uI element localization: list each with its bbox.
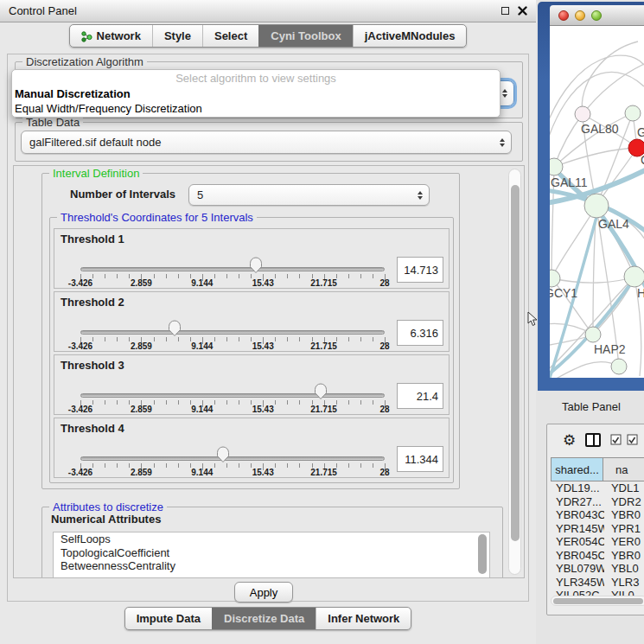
bottom-tab-discretize-data[interactable]: Discretize Data — [212, 608, 316, 629]
float-window-icon[interactable] — [501, 7, 509, 15]
cell-shared-name: YDL19... — [551, 481, 604, 495]
slider-tick — [117, 463, 118, 468]
minimize-traffic-light-icon[interactable] — [575, 10, 585, 21]
network-canvas[interactable]: GAL80GACGAL11GAL4GCY1HHAP2 — [550, 26, 644, 378]
slider-ticks — [80, 274, 385, 281]
table-row[interactable]: YBL079WYBL0 — [551, 562, 644, 576]
network-node-gal4[interactable] — [584, 194, 609, 218]
attribute-item[interactable]: BetweennessCentrality — [54, 559, 489, 573]
window-title: Control Panel — [9, 4, 77, 17]
table-row[interactable]: YLR345WYLR3 — [551, 576, 644, 590]
table-horizontal-scrollbar[interactable] — [551, 596, 644, 606]
slider-thumb[interactable] — [314, 383, 328, 400]
column-header-name[interactable]: na — [603, 457, 644, 481]
number-of-intervals-combo[interactable]: 5 — [188, 184, 430, 206]
slider-track[interactable] — [80, 330, 385, 335]
tab-style[interactable]: Style — [152, 25, 202, 47]
interval-definition-legend: Interval Definition — [49, 167, 143, 180]
combo-stepper-icon — [418, 191, 423, 200]
tab-network[interactable]: Network — [70, 25, 152, 47]
table-row[interactable]: YPR145WYPR1 — [551, 522, 644, 536]
threshold-value-input[interactable]: 14.713 — [397, 257, 443, 283]
threshold-value-input[interactable]: 21.4 — [397, 383, 443, 409]
attribute-item[interactable]: TopologicalCoefficient — [54, 546, 489, 560]
numerical-attributes-list[interactable]: SelfLoopsTopologicalCoefficientBetweenne… — [53, 532, 490, 578]
network-node-gcy1[interactable] — [550, 270, 560, 287]
slider-tick — [105, 337, 105, 341]
network-node-hap2[interactable] — [585, 327, 601, 342]
network-node-gal80[interactable] — [575, 106, 590, 122]
slider-tick — [299, 337, 300, 341]
slider-tick — [348, 400, 349, 405]
slider-track[interactable] — [80, 393, 385, 398]
slider-tick-label: 9.144 — [191, 405, 213, 414]
attributes-list-scrollbar[interactable] — [478, 534, 487, 574]
slider-tick — [92, 400, 93, 405]
slider-tick — [299, 400, 300, 405]
table-row[interactable]: YDR27...YDR2 — [551, 495, 644, 509]
close-traffic-light-icon[interactable] — [558, 10, 569, 21]
gear-icon[interactable]: ⚙ — [563, 433, 576, 448]
slider-tick — [105, 274, 105, 278]
split-columns-icon[interactable] — [585, 433, 601, 447]
slider-tick — [373, 274, 373, 278]
bottom-tab-impute-data[interactable]: Impute Data — [125, 608, 212, 629]
slider-thumb[interactable] — [168, 320, 182, 337]
apply-button[interactable]: Apply — [234, 582, 293, 603]
control-panel-body: Discretization Algorithm Select algorith… — [7, 54, 529, 602]
tab-cyni-toolbox[interactable]: Cyni Toolbox — [258, 25, 352, 47]
zoom-traffic-light-icon[interactable] — [591, 10, 602, 21]
network-node-gal11[interactable] — [550, 158, 563, 175]
close-icon[interactable] — [518, 6, 527, 16]
network-node[interactable] — [611, 359, 627, 374]
table-row[interactable]: YBR043CYBR0 — [551, 508, 644, 522]
attribute-item[interactable]: SelfLoops — [54, 532, 489, 546]
table-data-combo[interactable]: galFiltered.sif default node — [21, 131, 512, 154]
table-row[interactable]: YER054CYER0 — [551, 535, 644, 549]
table-panel-header: Table Panel — [536, 394, 644, 418]
checkbox-icon[interactable] — [610, 434, 622, 446]
control-panel-titlebar: Control Panel — [0, 0, 536, 22]
slider-thumb[interactable] — [216, 446, 230, 463]
tab-select[interactable]: Select — [202, 25, 258, 47]
column-header-shared-name[interactable]: shared... — [551, 457, 603, 481]
slider-tick — [275, 274, 276, 278]
slider-ticks — [80, 400, 385, 407]
table-row[interactable]: YIL052CYIL0 — [551, 589, 644, 596]
slider-track[interactable] — [80, 267, 385, 271]
network-icon — [81, 30, 92, 42]
slider-tick — [239, 463, 239, 468]
network-node-label: HAP2 — [594, 342, 626, 356]
threshold-value-input[interactable]: 11.344 — [397, 446, 443, 472]
checkbox-icon[interactable] — [627, 434, 639, 446]
number-of-intervals-value: 5 — [197, 188, 203, 201]
dropdown-option-equal-width[interactable]: Equal Width/Frequency Discretization — [12, 101, 500, 116]
slider-ticks — [80, 337, 385, 344]
slider-tick — [117, 337, 118, 341]
dropdown-option-manual[interactable]: Manual Discretization — [12, 86, 500, 101]
slider-tick — [360, 463, 361, 468]
cell-name: YBL0 — [604, 562, 644, 576]
network-node-h[interactable] — [624, 266, 644, 287]
slider-tick — [275, 463, 276, 468]
slider-thumb[interactable] — [249, 257, 263, 274]
network-node-ga[interactable] — [625, 105, 641, 121]
slider-tick-label: 9.144 — [191, 468, 213, 477]
slider-tick — [178, 400, 179, 405]
slider-tick — [166, 463, 167, 468]
table-row[interactable]: YDL19...YDL1 — [551, 481, 644, 495]
panel-scrollbar-thumb[interactable] — [511, 185, 520, 541]
table-row[interactable]: YBR045CYBR0 — [551, 549, 644, 563]
slider-tick — [287, 463, 288, 468]
table-horizontal-scrollbar-thumb[interactable] — [553, 598, 643, 604]
slider-tick — [214, 274, 215, 278]
slider-track[interactable] — [80, 456, 385, 461]
cell-shared-name: YER054C — [551, 535, 604, 549]
slider-tick — [226, 400, 227, 405]
threshold-value-input[interactable]: 6.316 — [397, 320, 443, 346]
slider-tick-label: 28 — [379, 278, 389, 288]
tab-jactivemnodules[interactable]: jActiveMNodules — [353, 25, 467, 47]
panel-scrollbar[interactable] — [508, 169, 521, 575]
bottom-tab-infer-network[interactable]: Infer Network — [316, 608, 411, 629]
threshold-label: Threshold 3 — [61, 359, 124, 372]
